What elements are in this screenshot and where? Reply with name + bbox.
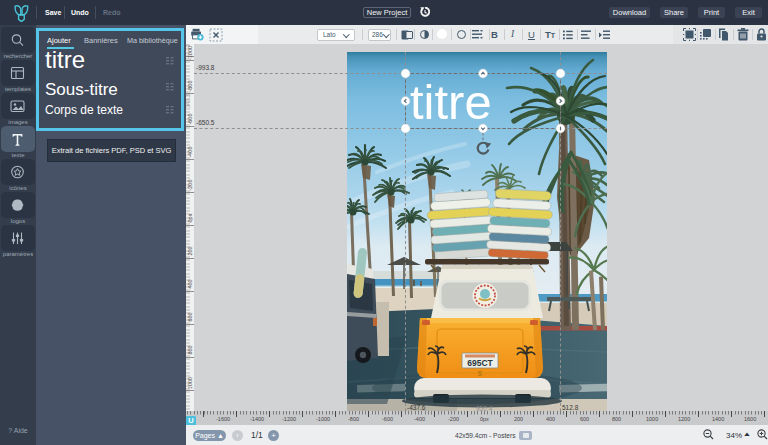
svg-text:-437.6: -437.6 <box>407 404 426 411</box>
svg-text:512.8: 512.8 <box>562 404 579 411</box>
svg-text:-650.5: -650.5 <box>196 119 215 126</box>
svg-text:950.4: 950.4 <box>476 405 493 412</box>
svg-text:-993.8: -993.8 <box>196 64 215 71</box>
svg-text:343.3: 343.3 <box>186 94 191 108</box>
